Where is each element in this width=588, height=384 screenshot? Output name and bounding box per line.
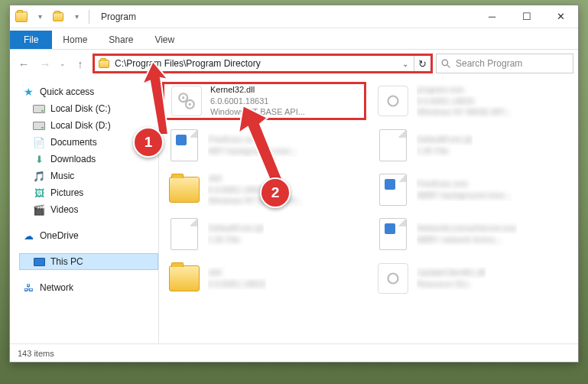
folder-icon	[95, 60, 113, 68]
drive-icon	[33, 119, 45, 132]
search-icon	[441, 59, 451, 69]
dll-icon	[377, 262, 409, 295]
window-controls: ─ ☐ ✕	[475, 5, 578, 28]
navigation-bar: ← → ⌄ ↑ C:\Program Files\Program Directo…	[10, 50, 578, 77]
minimize-button[interactable]: ─	[475, 5, 509, 28]
quick-access-toolbar: ▾ ▾	[10, 8, 95, 25]
file-item[interactable]: UpdateClient61.dllResource DLL	[371, 259, 575, 298]
quick-access-button[interactable]: ▾	[31, 8, 48, 25]
maximize-button[interactable]: ☐	[509, 5, 544, 28]
documents-icon: 📄	[33, 136, 45, 148]
folder-icon	[13, 8, 30, 25]
videos-icon: 🎬	[33, 203, 45, 216]
sidebar-item-videos[interactable]: 🎬Videos	[19, 201, 158, 218]
network-icon: 🖧	[22, 281, 34, 294]
svg-point-4	[182, 96, 184, 99]
sidebar-onedrive[interactable]: ☁OneDrive	[19, 227, 158, 244]
star-icon: ★	[22, 86, 34, 98]
folder-icon	[168, 174, 200, 206]
sidebar-network[interactable]: 🖧Network	[19, 279, 158, 296]
properties-button[interactable]	[50, 8, 67, 25]
search-placeholder: Search Program	[456, 58, 522, 69]
annotation-callout-2: 2	[260, 177, 291, 208]
title-bar: ▾ ▾ Program ─ ☐ ✕	[10, 5, 578, 28]
search-box[interactable]: Search Program	[436, 54, 573, 73]
separator	[89, 10, 89, 24]
exe-icon	[377, 85, 409, 117]
sidebar-this-pc[interactable]: This PC	[19, 253, 158, 270]
svg-point-0	[442, 60, 447, 65]
folder-icon	[168, 262, 200, 295]
tab-share[interactable]: Share	[98, 31, 144, 49]
refresh-button[interactable]: ↻	[414, 56, 430, 71]
pictures-icon: 🖼	[33, 187, 45, 199]
sidebar-item-music[interactable]: 🎵Music	[19, 168, 158, 184]
qat-dropdown[interactable]: ▾	[68, 8, 85, 25]
svg-line-1	[447, 65, 450, 67]
file-item[interactable]: DefaultFont.cjkCJK File	[371, 126, 575, 164]
address-dropdown[interactable]: ⌄	[397, 60, 414, 68]
exe-icon	[377, 174, 409, 206]
recent-dropdown[interactable]: ⌄	[57, 54, 68, 73]
forward-button[interactable]: →	[36, 54, 54, 73]
item-count: 143 items	[18, 349, 54, 358]
downloads-icon: ⬇	[33, 153, 45, 165]
svg-point-7	[388, 274, 398, 284]
file-item[interactable]: x646.0.6001.18631	[162, 259, 366, 298]
onedrive-icon: ☁	[22, 229, 34, 242]
close-button[interactable]: ✕	[544, 5, 578, 28]
tab-home[interactable]: Home	[52, 31, 98, 49]
file-item[interactable]: FineExec.exeABBY background exec...	[371, 171, 575, 209]
svg-point-5	[189, 103, 191, 106]
sidebar-item-pictures[interactable]: 🖼Pictures	[19, 184, 158, 201]
status-bar: 143 items	[10, 343, 578, 362]
back-button[interactable]: ←	[15, 54, 33, 73]
music-icon: 🎵	[33, 170, 45, 182]
tab-view[interactable]: View	[144, 31, 185, 49]
ribbon-tabs: File Home Share View	[10, 28, 578, 50]
svg-point-6	[388, 96, 398, 106]
drive-icon	[33, 103, 45, 115]
exe-icon	[377, 218, 409, 250]
file-item[interactable]: DefaultFont.cjkCJK File	[162, 215, 366, 253]
file-icon	[377, 129, 409, 161]
file-item[interactable]: program.exe6.0.6001.18631Windows NT BASE…	[371, 82, 575, 120]
window-title: Program	[101, 11, 136, 22]
computer-icon	[33, 255, 45, 268]
file-list[interactable]: Kernel32.dll6.0.6001.18631Windows NT BAS…	[159, 77, 578, 343]
annotation-callout-1: 1	[133, 127, 164, 158]
file-item[interactable]: NetworkLicenseServer.exeABBY network lic…	[371, 215, 575, 253]
up-button[interactable]: ↑	[71, 54, 89, 73]
file-icon	[168, 218, 200, 250]
file-tab[interactable]: File	[10, 31, 52, 49]
